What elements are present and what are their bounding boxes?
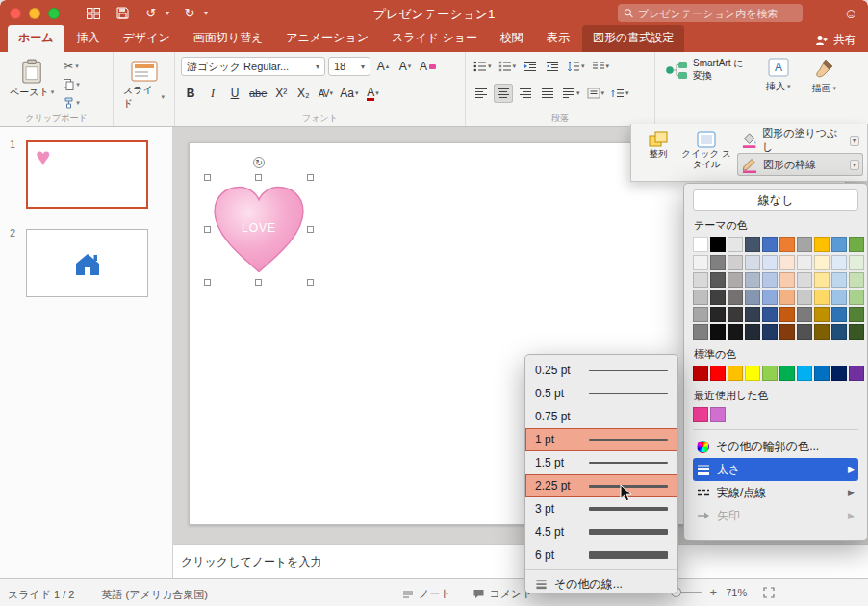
bold-button[interactable]: B bbox=[181, 84, 200, 103]
tab-shape-format[interactable]: 図形の書式設定 bbox=[582, 25, 684, 52]
theme-color-variant-swatch[interactable] bbox=[797, 307, 812, 322]
shape-fill-caret-icon[interactable]: ▾ bbox=[850, 136, 859, 146]
no-line-option[interactable]: 線なし bbox=[693, 189, 858, 211]
theme-color-variant-swatch[interactable] bbox=[728, 272, 743, 288]
clear-formatting-button[interactable]: A bbox=[418, 57, 438, 76]
theme-color-variant-swatch[interactable] bbox=[728, 324, 743, 340]
italic-button[interactable]: I bbox=[203, 84, 222, 103]
theme-color-variant-swatch[interactable] bbox=[779, 290, 795, 305]
close-window-button[interactable] bbox=[10, 8, 21, 19]
insert-placeholder-button[interactable]: A 挿入▾ bbox=[766, 58, 791, 93]
undo-caret-icon[interactable]: ▾ bbox=[166, 9, 169, 17]
theme-color-variant-swatch[interactable] bbox=[797, 255, 812, 270]
standard-color-swatch[interactable] bbox=[814, 366, 830, 381]
share-button[interactable]: 共有 bbox=[815, 32, 856, 48]
cut-button[interactable]: ✂▾ bbox=[64, 59, 80, 74]
weight-option-4.5pt[interactable]: 4.5 pt bbox=[525, 520, 677, 543]
vertical-align-button[interactable]: ▾ bbox=[585, 84, 607, 103]
tab-review[interactable]: 校閲 bbox=[490, 25, 534, 52]
theme-color-variant-swatch[interactable] bbox=[814, 324, 830, 340]
weight-option[interactable]: 太さ ▶ bbox=[693, 458, 858, 481]
line-spacing-button[interactable]: ▾ bbox=[565, 57, 587, 76]
feedback-smiley-icon[interactable]: ☺ bbox=[844, 5, 858, 21]
theme-color-variant-swatch[interactable] bbox=[745, 255, 760, 270]
underline-button[interactable]: U bbox=[225, 84, 244, 103]
theme-color-swatch[interactable] bbox=[745, 237, 760, 252]
theme-color-variant-swatch[interactable] bbox=[693, 307, 708, 322]
theme-color-variant-swatch[interactable] bbox=[762, 255, 778, 270]
increase-indent-button[interactable] bbox=[543, 57, 562, 76]
align-right-button[interactable] bbox=[516, 84, 535, 103]
standard-color-swatch[interactable] bbox=[779, 366, 795, 381]
notes-pane[interactable]: クリックしてノートを入力 bbox=[173, 544, 868, 578]
weight-option-3pt[interactable]: 3 pt bbox=[525, 497, 677, 520]
theme-color-variant-swatch[interactable] bbox=[693, 255, 708, 270]
search-input[interactable] bbox=[638, 8, 797, 19]
theme-color-variant-swatch[interactable] bbox=[728, 255, 743, 270]
subscript-button[interactable]: X₂ bbox=[294, 84, 313, 103]
zoom-percentage[interactable]: 71% bbox=[726, 587, 754, 598]
notes-toggle-button[interactable]: ノート bbox=[402, 587, 451, 601]
font-size-combo[interactable]: 18 ▾ bbox=[328, 57, 370, 76]
theme-color-variant-swatch[interactable] bbox=[762, 324, 778, 340]
theme-color-variant-swatch[interactable] bbox=[814, 272, 830, 288]
standard-color-swatch[interactable] bbox=[728, 366, 743, 381]
dash-style-option[interactable]: 実線/点線 ▶ bbox=[693, 481, 858, 504]
theme-color-variant-swatch[interactable] bbox=[849, 272, 864, 288]
theme-color-variant-swatch[interactable] bbox=[797, 324, 812, 340]
theme-color-variant-swatch[interactable] bbox=[779, 272, 795, 288]
resize-handle-bottom-left[interactable] bbox=[204, 279, 211, 286]
weight-option-1.5pt[interactable]: 1.5 pt bbox=[525, 451, 677, 474]
standard-color-swatch[interactable] bbox=[762, 366, 778, 381]
theme-color-variant-swatch[interactable] bbox=[814, 255, 830, 270]
theme-color-variant-swatch[interactable] bbox=[710, 307, 726, 322]
theme-color-variant-swatch[interactable] bbox=[831, 307, 847, 322]
character-spacing-button[interactable]: AV▾ bbox=[316, 84, 335, 103]
format-painter-button[interactable]: ▾ bbox=[64, 95, 80, 111]
shape-outline-button[interactable]: 図形の枠線 ▾ bbox=[737, 153, 863, 176]
paste-button[interactable]: ペースト▾ bbox=[6, 57, 58, 111]
justify-button[interactable] bbox=[538, 84, 557, 103]
theme-color-variant-swatch[interactable] bbox=[831, 272, 847, 288]
more-lines-option[interactable]: その他の線... bbox=[525, 573, 677, 594]
change-case-button[interactable]: Aa▾ bbox=[338, 84, 360, 103]
theme-color-variant-swatch[interactable] bbox=[762, 272, 778, 288]
superscript-button[interactable]: X² bbox=[271, 84, 291, 103]
theme-color-variant-swatch[interactable] bbox=[849, 324, 864, 340]
grow-font-button[interactable]: A▴ bbox=[373, 57, 393, 76]
toolbar-options-caret-icon[interactable]: ▾ bbox=[204, 9, 208, 17]
theme-color-variant-swatch[interactable] bbox=[710, 324, 726, 340]
theme-color-variant-swatch[interactable] bbox=[849, 307, 864, 322]
undo-icon[interactable]: ↺ bbox=[142, 6, 160, 21]
columns-button[interactable]: ▾ bbox=[590, 57, 612, 76]
align-center-button[interactable] bbox=[494, 84, 513, 103]
theme-color-variant-swatch[interactable] bbox=[849, 290, 864, 305]
search-field[interactable] bbox=[618, 4, 803, 22]
save-icon[interactable] bbox=[114, 6, 131, 21]
tab-insert[interactable]: 挿入 bbox=[66, 25, 111, 52]
theme-color-variant-swatch[interactable] bbox=[745, 290, 760, 305]
arrange-button[interactable]: 整列 bbox=[635, 127, 681, 178]
rotation-handle[interactable]: ↻ bbox=[253, 157, 265, 168]
resize-handle-bottom-right[interactable] bbox=[307, 279, 314, 286]
theme-color-variant-swatch[interactable] bbox=[710, 255, 726, 270]
theme-color-variant-swatch[interactable] bbox=[831, 324, 847, 340]
shape-text[interactable]: LOVE bbox=[208, 221, 310, 235]
zoom-window-button[interactable] bbox=[48, 8, 60, 19]
recent-color-swatch[interactable] bbox=[693, 407, 708, 422]
theme-color-variant-swatch[interactable] bbox=[831, 290, 847, 305]
decrease-indent-button[interactable] bbox=[521, 57, 540, 76]
copy-button[interactable]: ▾ bbox=[64, 77, 80, 92]
resize-handle-left[interactable] bbox=[204, 226, 211, 233]
theme-color-variant-swatch[interactable] bbox=[779, 255, 795, 270]
theme-color-variant-swatch[interactable] bbox=[849, 255, 864, 270]
align-left-button[interactable] bbox=[472, 84, 491, 103]
theme-color-swatch[interactable] bbox=[728, 237, 743, 252]
new-slide-button[interactable]: スライド▾ bbox=[119, 59, 168, 113]
slide-thumbnail-2[interactable] bbox=[26, 229, 148, 297]
theme-color-variant-swatch[interactable] bbox=[710, 272, 726, 288]
standard-color-swatch[interactable] bbox=[831, 366, 847, 381]
font-name-combo[interactable]: 游ゴシック Regular... ▾ bbox=[181, 57, 325, 76]
slide-thumbnail-1[interactable]: ♥ bbox=[26, 140, 148, 209]
font-color-button[interactable]: A▾ bbox=[364, 84, 383, 103]
